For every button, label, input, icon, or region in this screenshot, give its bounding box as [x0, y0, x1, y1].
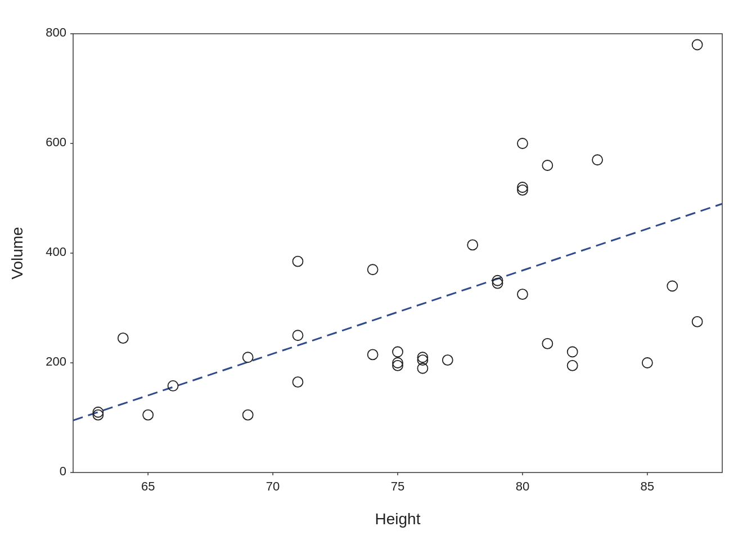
svg-text:800: 800	[46, 25, 66, 39]
scatter-plot: 02004006008006570758085VolumeHeight	[0, 0, 756, 540]
svg-text:75: 75	[391, 479, 404, 493]
x-axis-label: Height	[375, 510, 421, 528]
chart-container: 02004006008006570758085VolumeHeight	[0, 0, 756, 540]
svg-text:600: 600	[46, 135, 66, 149]
svg-text:400: 400	[46, 245, 66, 259]
svg-text:85: 85	[641, 479, 654, 493]
svg-text:200: 200	[46, 354, 66, 368]
svg-text:80: 80	[516, 479, 529, 493]
svg-text:0: 0	[60, 464, 66, 478]
y-axis-label: Volume	[8, 227, 26, 279]
svg-text:70: 70	[266, 479, 280, 493]
svg-text:65: 65	[141, 479, 155, 493]
svg-rect-1	[73, 34, 722, 472]
